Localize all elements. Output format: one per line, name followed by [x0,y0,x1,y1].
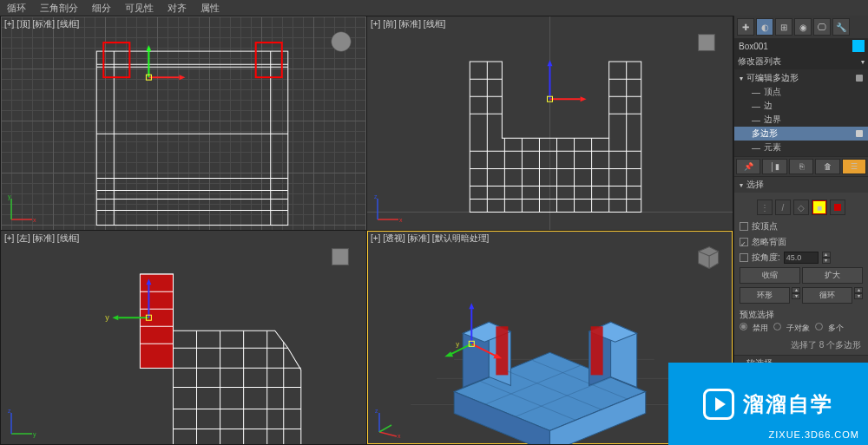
svg-marker-46 [547,60,552,66]
by-vertex-checkbox[interactable] [740,222,748,231]
subobj-border[interactable]: — 边界 [734,113,868,127]
svg-line-109 [379,432,397,436]
make-unique-button[interactable]: ⎘ [789,159,813,174]
by-angle-label: 按角度: [752,252,780,264]
menu-triangulate[interactable]: 三角剖分 [36,2,82,15]
sel-polygon-icon[interactable]: ■ [812,200,827,215]
svg-rect-21 [699,35,715,51]
viewport-left-label[interactable]: [+] [左] [标准] [线框] [4,232,79,245]
svg-text:z: z [374,193,378,200]
svg-rect-91 [496,326,508,375]
menu-properties[interactable]: 属性 [197,2,223,15]
shrink-button[interactable]: 收缩 [740,267,800,284]
watermark-overlay: 溜溜自学 ZIXUE.3D66.COM [668,363,868,445]
preview-subobj-radio[interactable] [773,323,781,330]
svg-marker-78 [699,247,719,269]
svg-rect-10 [103,43,129,77]
viewcube-icon[interactable] [323,23,359,60]
bulb-icon[interactable] [856,130,863,137]
show-end-result-button[interactable]: │▮ [762,159,786,174]
rollout-selection-header[interactable]: 选择 [734,177,868,193]
subobj-polygon[interactable]: 多边形 [734,127,868,141]
sel-border-icon[interactable]: ◇ [793,200,809,215]
spinner-up-button[interactable]: ▴ [854,287,863,293]
by-vertex-label: 按顶点 [752,220,778,232]
modifier-stack[interactable]: ▾ 可编辑多边形 — 顶点 — 边 — 边界 多边形 — 元素 [734,69,868,156]
spinner-up-button[interactable]: ▴ [792,287,800,293]
axis-gizmo-icon: x z [372,193,404,225]
modify-tab[interactable]: ◐ [756,18,773,36]
svg-line-113 [379,425,391,432]
viewport-top-label[interactable]: [+] [顶] [标准] [线框] [4,18,79,30]
viewport-top[interactable]: [+] [顶] [标准] [线框] [1,16,366,230]
preview-off-radio[interactable] [740,323,747,330]
spinner-down-button[interactable]: ▾ [854,293,863,299]
viewcube-icon[interactable] [689,23,726,60]
object-color-swatch[interactable] [852,40,865,52]
axis-gizmo-icon: y z [6,408,37,439]
svg-marker-107 [469,303,474,309]
menu-align[interactable]: 对齐 [164,2,190,15]
object-name-input[interactable] [738,41,851,52]
svg-text:y: y [105,313,109,322]
top-menubar[interactable]: 循环 三角剖分 细分 可见性 对齐 属性 [0,0,868,16]
sel-element-icon[interactable] [830,200,845,215]
ignore-backfacing-label: 忽略背面 [752,236,786,248]
subobj-edge[interactable]: — 边 [734,99,868,113]
svg-marker-69 [112,315,118,320]
menu-visibility[interactable]: 可见性 [122,2,157,15]
subobj-element[interactable]: — 元素 [734,141,868,154]
menu-loop[interactable]: 循环 [3,2,30,15]
svg-text:x: x [399,217,403,223]
preview-multi-label: 多个 [828,323,844,334]
preview-subobj-label: 子对象 [786,323,810,334]
selection-status-text: 选择了 8 个多边形 [740,336,863,351]
svg-rect-53 [140,274,173,368]
viewport-front-label[interactable]: [+] [前] [标准] [线框] [371,18,445,30]
by-angle-checkbox[interactable] [740,253,748,262]
svg-text:x: x [33,217,36,223]
modifier-list-dropdown[interactable]: 修改器列表 [734,54,868,69]
viewcube-icon[interactable] [689,238,726,274]
svg-text:y: y [456,340,459,348]
svg-marker-104 [444,351,453,357]
bulb-icon[interactable] [856,75,863,82]
create-tab[interactable]: ✚ [737,18,754,36]
configure-sets-button[interactable]: ☰ [842,159,866,174]
remove-modifier-button[interactable]: 🗑 [815,159,839,174]
spinner-down-button[interactable]: ▾ [792,293,800,299]
motion-tab[interactable]: ◉ [794,18,812,36]
svg-text:z: z [8,408,11,414]
sel-vertex-icon[interactable]: ⋮ [757,200,773,215]
by-angle-input[interactable] [784,252,819,264]
preview-off-label: 禁用 [753,323,768,334]
pin-stack-button[interactable]: 📌 [736,159,760,174]
hierarchy-tab[interactable]: ⊞ [775,18,792,36]
axis-gizmo-icon: x z [372,408,404,439]
modifier-editable-poly[interactable]: ▾ 可编辑多边形 [734,71,868,85]
spinner-down-button[interactable]: ▾ [822,258,831,264]
svg-text:x: x [398,433,401,439]
display-tab[interactable]: 🖵 [813,18,831,36]
viewport-perspective-label[interactable]: [+] [透视] [标准] [默认明暗处理] [371,232,489,245]
play-icon [703,389,734,420]
spinner-up-button[interactable]: ▴ [822,252,831,258]
svg-text:y: y [8,193,11,200]
svg-text:y: y [33,431,36,438]
subobj-vertex[interactable]: — 顶点 [734,85,868,99]
ring-button[interactable]: 环形 [740,287,790,304]
preview-multi-radio[interactable] [815,323,823,330]
ignore-backfacing-checkbox[interactable] [740,238,748,246]
viewcube-icon[interactable] [323,238,359,274]
menu-subdivide[interactable]: 细分 [89,2,115,15]
loop-button[interactable]: 循环 [802,287,852,304]
rollout-selection: 选择 ⋮ / ◇ ■ 按顶点 忽略背面 [734,176,868,355]
sel-edge-icon[interactable]: / [775,200,791,215]
viewport-front[interactable]: [+] [前] [标准] [线框] [367,16,733,230]
viewport-left[interactable]: [+] [左] [标准] [线框] [1,231,366,444]
grow-button[interactable]: 扩大 [802,267,863,284]
svg-text:z: z [375,408,378,414]
svg-rect-95 [591,326,603,375]
svg-marker-13 [179,75,185,80]
utilities-tab[interactable]: 🔧 [832,18,850,36]
